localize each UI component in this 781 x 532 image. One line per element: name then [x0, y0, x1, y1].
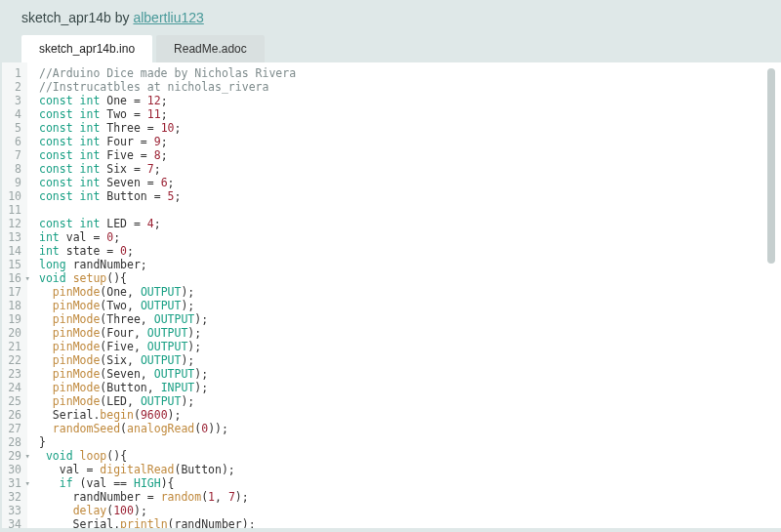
tab-sketch-ino[interactable]: sketch_apr14b.ino: [21, 35, 152, 62]
line-number: 17: [6, 285, 21, 299]
line-number: 33: [6, 504, 21, 517]
code-line[interactable]: const int Four = 9;: [39, 135, 777, 148]
code-line[interactable]: const int Two = 11;: [39, 107, 777, 121]
code-line[interactable]: pinMode(Four, OUTPUT);: [39, 326, 777, 340]
code-line[interactable]: pinMode(One, OUTPUT);: [39, 285, 777, 299]
code-line[interactable]: pinMode(LED, OUTPUT);: [39, 394, 777, 408]
page-title: sketch_apr14b by albertliu123: [0, 0, 781, 33]
code-line[interactable]: pinMode(Two, OUTPUT);: [39, 299, 777, 312]
code-line[interactable]: const int Three = 10;: [39, 121, 777, 135]
code-line[interactable]: Serial.begin(9600);: [39, 408, 777, 422]
code-line[interactable]: if (val == HIGH){: [39, 476, 777, 490]
line-number: 10: [6, 189, 21, 203]
code-editor[interactable]: 12345678910111213141516▾1718192021222324…: [2, 62, 781, 528]
fold-icon[interactable]: ▾: [25, 271, 30, 285]
code-line[interactable]: const int Seven = 6;: [39, 176, 777, 189]
line-number: 26: [6, 408, 21, 422]
sketch-title: sketch_apr14b: [21, 10, 111, 25]
line-number: 6: [6, 135, 21, 148]
code-line[interactable]: void loop(){: [39, 449, 777, 463]
line-number: 25: [6, 394, 21, 408]
tab-readme[interactable]: ReadMe.adoc: [156, 35, 265, 62]
fold-icon[interactable]: ▾: [25, 476, 30, 490]
code-line[interactable]: val = digitalRead(Button);: [39, 463, 777, 476]
code-line[interactable]: const int Button = 5;: [39, 189, 777, 203]
line-number: 32: [6, 490, 21, 504]
line-number: 34: [6, 517, 21, 531]
code-line[interactable]: int val = 0;: [39, 230, 777, 244]
code-line[interactable]: pinMode(Seven, OUTPUT);: [39, 367, 777, 381]
line-number: 12: [6, 217, 21, 230]
line-number: 28: [6, 435, 21, 449]
line-number: 5: [6, 121, 21, 135]
line-number: 24: [6, 381, 21, 394]
line-number: 7: [6, 148, 21, 162]
code-line[interactable]: pinMode(Six, OUTPUT);: [39, 353, 777, 367]
code-line[interactable]: const int Six = 7;: [39, 162, 777, 176]
line-number: 1: [6, 66, 21, 80]
line-number: 21: [6, 340, 21, 353]
fold-icon[interactable]: ▾: [25, 449, 30, 463]
code-line[interactable]: void setup(){: [39, 271, 777, 285]
code-line[interactable]: randomSeed(analogRead(0));: [39, 422, 777, 435]
code-line[interactable]: //Instrucatbles at nicholas_rivera: [39, 80, 777, 94]
code-line[interactable]: delay(100);: [39, 504, 777, 517]
code-line[interactable]: Serial.println(randNumber);: [39, 517, 777, 528]
line-number: 3: [6, 94, 21, 107]
line-number: 4: [6, 107, 21, 121]
line-number: 13: [6, 230, 21, 244]
code-line[interactable]: randNumber = random(1, 7);: [39, 490, 777, 504]
line-number: 18: [6, 299, 21, 312]
code-line[interactable]: [39, 203, 777, 217]
code-line[interactable]: int state = 0;: [39, 244, 777, 258]
line-number: 16▾: [6, 271, 21, 285]
line-number: 15: [6, 258, 21, 271]
tab-bar: sketch_apr14b.ino ReadMe.adoc: [0, 33, 781, 62]
code-line[interactable]: long randNumber;: [39, 258, 777, 271]
code-line[interactable]: //Arduino Dice made by Nicholas Rivera: [39, 66, 777, 80]
line-number: 8: [6, 162, 21, 176]
author-link[interactable]: albertliu123: [133, 10, 203, 25]
code-line[interactable]: pinMode(Five, OUTPUT);: [39, 340, 777, 353]
code-line[interactable]: }: [39, 435, 777, 449]
code-area[interactable]: //Arduino Dice made by Nicholas Rivera//…: [27, 62, 781, 528]
code-line[interactable]: const int One = 12;: [39, 94, 777, 107]
line-number: 29▾: [6, 449, 21, 463]
line-number: 20: [6, 326, 21, 340]
code-line[interactable]: pinMode(Button, INPUT);: [39, 381, 777, 394]
line-gutter: 12345678910111213141516▾1718192021222324…: [2, 62, 27, 528]
line-number: 11: [6, 203, 21, 217]
line-number: 27: [6, 422, 21, 435]
line-number: 30: [6, 463, 21, 476]
line-number: 9: [6, 176, 21, 189]
code-line[interactable]: pinMode(Three, OUTPUT);: [39, 312, 777, 326]
line-number: 23: [6, 367, 21, 381]
line-number: 19: [6, 312, 21, 326]
code-line[interactable]: const int Five = 8;: [39, 148, 777, 162]
line-number: 31▾: [6, 476, 21, 490]
line-number: 14: [6, 244, 21, 258]
scrollbar-vertical[interactable]: [767, 68, 775, 264]
line-number: 22: [6, 353, 21, 367]
line-number: 2: [6, 80, 21, 94]
code-line[interactable]: const int LED = 4;: [39, 217, 777, 230]
